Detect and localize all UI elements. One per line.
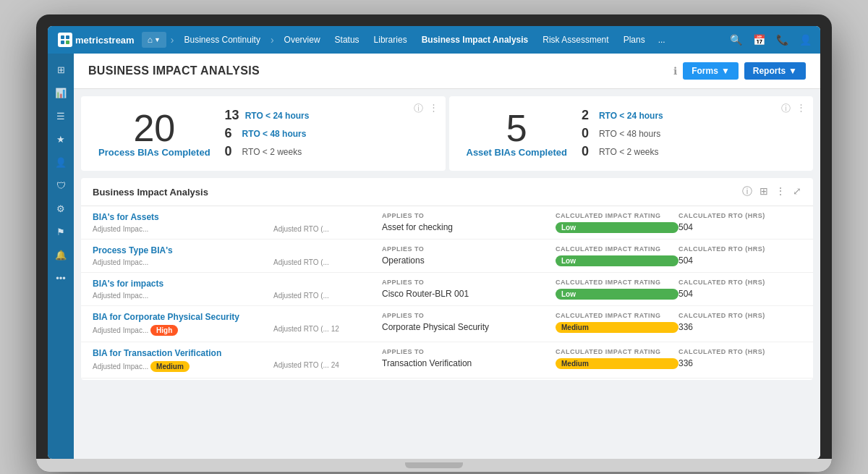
- rto-label: CALCULATED RTO (HRS): [678, 312, 801, 321]
- logo-icon: [58, 33, 72, 47]
- table-row: BIA for Transaction VerificationAdjusted…: [81, 342, 813, 378]
- bia-rating-cell: CALCULATED IMPACT RATINGLow: [556, 245, 678, 266]
- table-row: BIA's for AssetsAdjusted Impac...Adjuste…: [81, 206, 813, 240]
- rating-label: CALCULATED IMPACT RATING: [556, 212, 678, 221]
- sidebar-list-icon[interactable]: ☰: [51, 106, 71, 126]
- bia-applies-cell: APPLIES TOOperations: [382, 245, 556, 266]
- rating-label: CALCULATED IMPACT RATING: [556, 245, 678, 254]
- nav-risk[interactable]: Risk Assessment: [537, 32, 614, 48]
- rating-label: CALCULATED IMPACT RATING: [556, 348, 678, 357]
- phone-button[interactable]: 📞: [773, 30, 791, 49]
- stats-panels: ⓘ ⋮ 20 Process BIAs Completed 13 RTO < 2…: [81, 96, 813, 171]
- calendar-icon: 📅: [753, 34, 765, 46]
- bia-rto-hrs-cell: CALCULATED RTO (HRS)336: [678, 348, 801, 368]
- rto-label: CALCULATED RTO (HRS): [678, 348, 801, 357]
- sidebar-shield-icon[interactable]: 🛡: [51, 175, 71, 195]
- bia-name-link[interactable]: BIA's for impacts: [93, 279, 273, 289]
- table-scroll[interactable]: BIA's for AssetsAdjusted Impac...Adjuste…: [81, 206, 813, 380]
- asset-rto-48: 0 RTO < 48 hours: [582, 126, 663, 141]
- page-title: BUSINESS IMPACT ANALYSIS: [88, 64, 260, 77]
- rating-badge: Low: [556, 255, 678, 266]
- nav-libraries[interactable]: Libraries: [368, 32, 413, 48]
- home-button[interactable]: ⌂ ▼: [142, 32, 166, 48]
- bia-name-link[interactable]: BIA for Transaction Verification: [93, 348, 273, 358]
- table-expand-icon[interactable]: ⤢: [793, 185, 801, 198]
- rto-value: 504: [678, 289, 801, 299]
- applies-to-value: Asset for checking: [382, 222, 556, 232]
- sidebar-settings-icon[interactable]: ⚙: [51, 198, 71, 219]
- sidebar-more-icon[interactable]: •••: [51, 268, 71, 288]
- rating-label: CALCULATED IMPACT RATING: [556, 312, 678, 321]
- nav-icon-group: 🔍 📅 📞 👤: [726, 30, 814, 49]
- bia-rto-hrs-cell: CALCULATED RTO (HRS)336: [678, 312, 801, 332]
- applies-to-label: APPLIES TO: [382, 279, 556, 287]
- sidebar-person-icon[interactable]: 👤: [51, 152, 71, 172]
- panel-icons-right: ⓘ ⋮: [781, 102, 806, 115]
- bia-rto-cell: Adjusted RTO (... 24: [273, 348, 382, 369]
- bia-rto-cell: Adjusted RTO (...: [273, 212, 382, 233]
- forms-button[interactable]: Forms ▼: [683, 62, 739, 80]
- sidebar-star-icon[interactable]: ★: [51, 129, 71, 149]
- impact-badge: Medium: [150, 361, 190, 372]
- bia-sub2: Adjusted RTO (...: [273, 225, 382, 233]
- bia-name-link[interactable]: BIA for Corporate Physical Security: [93, 312, 273, 322]
- applies-to-label: APPLIES TO: [382, 348, 556, 357]
- forms-dropdown-icon: ▼: [721, 66, 730, 76]
- reports-button[interactable]: Reports ▼: [744, 62, 806, 80]
- bia-name-link[interactable]: BIA's for Assets: [93, 212, 273, 222]
- sidebar-flag-icon[interactable]: ⚑: [51, 221, 71, 242]
- nav-overview[interactable]: Overview: [278, 32, 326, 48]
- bia-name-cell: BIA for Corporate Physical SecurityAdjus…: [93, 312, 273, 336]
- applies-to-value: Transaction Verification: [382, 358, 556, 368]
- user-button[interactable]: 👤: [796, 30, 814, 49]
- home-icon: ⌂: [148, 35, 153, 45]
- sidebar-grid-icon[interactable]: ⊞: [51, 59, 71, 80]
- panel-icons-left: ⓘ ⋮: [414, 102, 438, 115]
- table-title: Business Impact Analysis: [93, 187, 208, 198]
- nav-more[interactable]: ...: [654, 33, 670, 46]
- asset-rto-2w: 0 RTO < 2 weeks: [582, 144, 663, 159]
- page-header: BUSINESS IMPACT ANALYSIS ℹ Forms ▼ Repor…: [74, 54, 820, 89]
- bia-sub2: Adjusted RTO (... 24: [273, 361, 382, 369]
- table-row: BIA's for impactsAdjusted Impac...Adjust…: [81, 273, 813, 306]
- rating-badge: Medium: [556, 358, 678, 369]
- rto-value: 336: [678, 322, 801, 332]
- nav-business-continuity[interactable]: Business Continuity: [179, 32, 266, 48]
- content-area: BUSINESS IMPACT ANALYSIS ℹ Forms ▼ Repor…: [74, 54, 820, 459]
- panel-info-icon[interactable]: ⓘ: [414, 102, 423, 115]
- nav-status[interactable]: Status: [329, 32, 365, 48]
- table-more-icon[interactable]: ⋮: [775, 185, 786, 198]
- bia-name-cell: BIA's for impactsAdjusted Impac...: [93, 279, 273, 300]
- bia-rto-hrs-cell: CALCULATED RTO (HRS)504: [678, 212, 801, 232]
- applies-to-value: Cisco Router-BLR 001: [382, 289, 556, 299]
- bia-name-link[interactable]: Process Type BIA's: [93, 245, 273, 255]
- rto-value: 336: [678, 358, 801, 368]
- nav-bia[interactable]: Business Impact Analysis: [416, 32, 535, 48]
- applies-to-label: APPLIES TO: [382, 245, 556, 254]
- bia-rating-cell: CALCULATED IMPACT RATINGLow: [556, 279, 678, 300]
- rto-label: CALCULATED RTO (HRS): [678, 245, 801, 254]
- rating-badge: Low: [556, 289, 678, 300]
- sidebar-bell-icon[interactable]: 🔔: [51, 245, 71, 265]
- panel-info-icon-2[interactable]: ⓘ: [781, 102, 791, 115]
- page-info-icon[interactable]: ℹ: [673, 65, 677, 77]
- table-filter-icon[interactable]: ⊞: [760, 185, 768, 198]
- impact-badge: High: [150, 325, 178, 336]
- process-rto-2w: 0 RTO < 2 weeks: [225, 144, 310, 159]
- panel-more-icon-2[interactable]: ⋮: [796, 102, 806, 115]
- top-navigation: metricstream ⌂ ▼ › Business Continuity ›…: [48, 26, 820, 54]
- process-bia-count: 20: [98, 109, 210, 147]
- bia-rating-cell: CALCULATED IMPACT RATINGMedium: [556, 312, 678, 333]
- table-row: BIA for Corporate Physical SecurityAdjus…: [81, 306, 813, 342]
- nav-plans[interactable]: Plans: [618, 32, 651, 48]
- header-actions: ℹ Forms ▼ Reports ▼: [673, 62, 806, 80]
- rating-badge: Medium: [556, 322, 678, 333]
- bia-sub2: Adjusted RTO (...: [273, 258, 382, 266]
- panel-more-icon[interactable]: ⋮: [429, 102, 438, 115]
- table-info-icon[interactable]: ⓘ: [742, 185, 752, 198]
- search-button[interactable]: 🔍: [726, 30, 745, 49]
- process-bia-label: Process BIAs Completed: [98, 147, 210, 158]
- bia-applies-cell: APPLIES TOCisco Router-BLR 001: [382, 279, 556, 299]
- sidebar-chart-icon[interactable]: 📊: [51, 82, 71, 103]
- calendar-button[interactable]: 📅: [749, 30, 768, 49]
